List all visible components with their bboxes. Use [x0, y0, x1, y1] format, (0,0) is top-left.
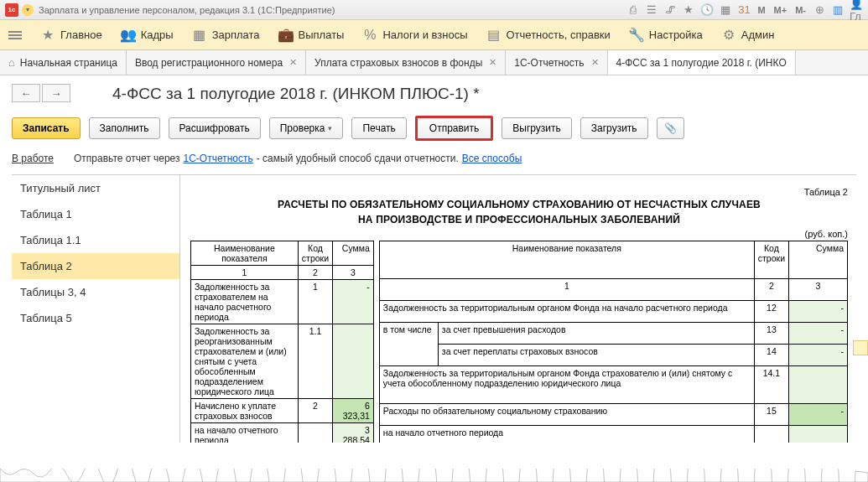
menu-main[interactable]: ★Главное — [40, 28, 102, 43]
th-code: Код строки — [298, 241, 332, 266]
report-area: Таблица 2 РАСЧЕТЫ ПО ОБЯЗАТЕЛЬНОМУ СОЦИА… — [179, 174, 856, 443]
history-icon[interactable]: 🕓 — [700, 3, 714, 17]
tab-home[interactable]: ⌂Начальная страница — [0, 50, 127, 75]
report-icon: ▤ — [486, 28, 502, 43]
table-row: за счет переплаты страховых взносов 14 - — [379, 344, 847, 365]
menu-zarplata[interactable]: ▦Зарплата — [192, 28, 260, 43]
th-name: Наименование показателя — [191, 241, 299, 266]
toolbar: Записать Заполнить Расшифровать Проверка… — [12, 116, 856, 141]
paperclip-icon: 📎 — [664, 122, 677, 134]
wrench-icon: 🔧 — [629, 28, 644, 43]
side-item-t5[interactable]: Таблица 5 — [12, 305, 179, 331]
th-code: Код строки — [754, 241, 788, 279]
print-button[interactable]: Печать — [351, 117, 406, 139]
import-button[interactable]: Загрузить — [580, 117, 648, 139]
user-icon[interactable]: 👤 Гл — [850, 3, 863, 17]
menu-burger[interactable] — [8, 31, 22, 39]
nav-forward-button[interactable]: → — [42, 84, 70, 102]
save-button[interactable]: Записать — [12, 117, 81, 139]
panels-icon[interactable]: ▥ — [831, 3, 845, 17]
table-row: Задолженность за территориальным органом… — [379, 300, 847, 322]
tool-icon[interactable]: ☰ — [645, 3, 658, 17]
body-split: Титульный лист Таблица 1 Таблица 1.1 Таб… — [12, 174, 856, 443]
percent-icon: % — [362, 28, 377, 43]
people-icon: 👥 — [121, 28, 136, 43]
menu-otchet[interactable]: ▤Отчетность, справки — [486, 28, 611, 43]
table-row: на начало отчетного периода — [379, 425, 847, 443]
table-row: в том числе за счет превышения расходов … — [379, 322, 847, 344]
star-icon: ★ — [40, 28, 55, 43]
memory-mminus-icon[interactable]: M- — [793, 3, 808, 17]
check-button[interactable]: Проверка▾ — [269, 117, 344, 139]
send-button[interactable]: Отправить — [415, 116, 494, 141]
memory-mplus-icon[interactable]: M+ — [772, 3, 789, 17]
link-icon[interactable]: 🖇 — [663, 3, 677, 17]
calc2-icon: ▦ — [192, 28, 207, 43]
edge-marker — [853, 340, 868, 355]
table-label: Таблица 2 — [190, 187, 848, 197]
fav-icon[interactable]: ★ — [682, 3, 695, 17]
info-line: В работе Отправьте отчет через 1С-Отчетн… — [12, 153, 856, 164]
nav-back-forward: ← → — [12, 84, 70, 102]
print-icon[interactable]: ⎙ — [626, 3, 640, 17]
link-all-methods[interactable]: Все способы — [462, 153, 522, 164]
wallet-icon: 💼 — [278, 28, 294, 43]
close-icon[interactable]: ✕ — [289, 57, 297, 68]
menu-nalogi[interactable]: %Налоги и взносы — [362, 28, 467, 43]
report-title-2: НА ПРОИЗВОДСТВЕ И ПРОФЕССИОНАЛЬНЫХ ЗАБОЛ… — [190, 214, 848, 225]
tab-uplata[interactable]: Уплата страховых взносов в фонды✕ — [306, 50, 506, 75]
menu-admin[interactable]: ⚙Админ — [721, 28, 775, 43]
tabs-bar: ⌂Начальная страница Ввод регистрационног… — [0, 50, 868, 75]
side-item-title[interactable]: Титульный лист — [12, 175, 179, 201]
burger-icon — [8, 31, 22, 39]
nav-back-button[interactable]: ← — [12, 84, 40, 102]
titlebar-icons: ⎙ ☰ 🖇 ★ 🕓 ▦ 31 M M+ M- ⊕ ▥ 👤 Гл — [626, 3, 863, 17]
th-name: Наименование показателя — [379, 241, 754, 279]
close-icon[interactable]: ✕ — [489, 57, 496, 68]
tab-1c-otchet[interactable]: 1С-Отчетность✕ — [506, 50, 607, 75]
app-menu-dropdown-icon[interactable]: ▾ — [22, 4, 34, 16]
document-title: 4-ФСС за 1 полугодие 2018 г. (ИНКОМ ПЛЮС… — [112, 85, 480, 103]
side-item-t1[interactable]: Таблица 1 — [12, 201, 179, 227]
fill-button[interactable]: Заполнить — [89, 117, 160, 139]
decode-button[interactable]: Расшифровать — [169, 117, 261, 139]
zoom-icon[interactable]: ⊕ — [813, 3, 826, 17]
table-row: Расходы по обязательному социальному стр… — [379, 403, 847, 425]
side-item-t11[interactable]: Таблица 1.1 — [12, 227, 179, 253]
attach-button[interactable]: 📎 — [657, 117, 684, 139]
export-button[interactable]: Выгрузить — [502, 117, 572, 139]
link-1c-otchet[interactable]: 1С-Отчетность — [184, 153, 253, 164]
app-logo-icon: 1c — [5, 3, 18, 17]
window-title: Зарплата и управление персоналом, редакц… — [39, 5, 626, 15]
content-area: ← → 4-ФСС за 1 полугодие 2018 г. (ИНКОМ … — [0, 75, 868, 443]
calc-icon[interactable]: ▦ — [719, 3, 732, 17]
torn-edge — [0, 469, 868, 482]
chevron-down-icon: ▾ — [328, 124, 332, 132]
gear-icon: ⚙ — [721, 28, 736, 43]
side-panel: Титульный лист Таблица 1 Таблица 1.1 Таб… — [12, 174, 179, 443]
table-row: Задолженность за реорганизованным страхо… — [191, 324, 374, 399]
side-item-t34[interactable]: Таблицы 3, 4 — [12, 279, 179, 305]
menu-vyplaty[interactable]: 💼Выплаты — [278, 28, 345, 43]
unit-label: (руб. коп.) — [190, 229, 848, 239]
main-menu: ★Главное 👥Кадры ▦Зарплата 💼Выплаты %Нало… — [0, 20, 868, 50]
th-sum: Сумма — [333, 241, 374, 266]
status-badge[interactable]: В работе — [12, 153, 54, 164]
tables-wrap: Наименование показателя Код строки Сумма… — [190, 241, 848, 443]
close-icon[interactable]: ✕ — [591, 57, 599, 68]
tab-regnum[interactable]: Ввод регистрационного номера✕ — [127, 50, 306, 75]
table-row: на начало отчетного периода 3 288,54 — [191, 423, 374, 443]
table-row: Задолженность за территориальным органом… — [379, 366, 847, 404]
tab-4fss[interactable]: 4-ФСС за 1 полугодие 2018 г. (ИНКО — [608, 50, 796, 75]
menu-nastroika[interactable]: 🔧Настройка — [629, 28, 703, 43]
left-table: Наименование показателя Код строки Сумма… — [190, 241, 374, 443]
calendar-icon[interactable]: 31 — [737, 3, 751, 17]
side-item-t2[interactable]: Таблица 2 — [12, 253, 179, 279]
right-table: Наименование показателя Код строки Сумма… — [379, 241, 848, 443]
home-icon: ⌂ — [8, 56, 15, 69]
titlebar: 1c ▾ Зарплата и управление персоналом, р… — [0, 0, 868, 20]
memory-m-icon[interactable]: M — [756, 3, 767, 17]
menu-kadry[interactable]: 👥Кадры — [121, 28, 174, 43]
th-sum: Сумма — [789, 241, 848, 279]
table-row: Начислено к уплате страховых взносов 2 6… — [191, 399, 374, 423]
